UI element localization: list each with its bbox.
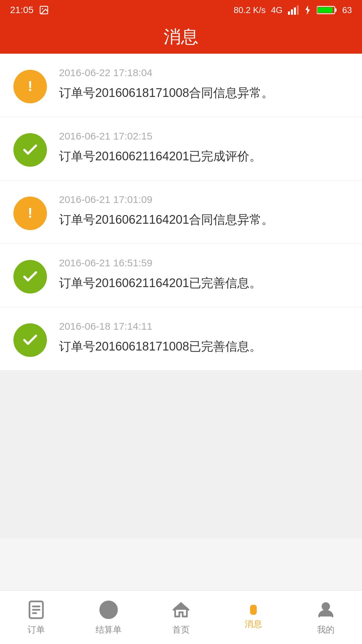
message-text: 订单号20160621164201合同信息异常。 xyxy=(59,211,349,229)
page-title: 消息 xyxy=(164,25,198,49)
status-bar: 21:05 80.2 K/s 4G 63 xyxy=(0,0,362,20)
svg-rect-4 xyxy=(294,7,296,15)
message-content: 2016-06-18 17:14:11 订单号20160618171008已完善… xyxy=(59,321,349,356)
svg-rect-2 xyxy=(288,11,290,15)
status-time: 21:05 xyxy=(10,5,34,15)
list-item[interactable]: 2016-06-18 17:14:11 订单号20160618171008已完善… xyxy=(0,307,362,371)
list-item[interactable]: ! 2016-06-21 17:01:09 订单号20160621164201合… xyxy=(0,180,362,244)
message-time: 2016-06-18 17:14:11 xyxy=(59,321,349,332)
svg-rect-5 xyxy=(297,5,299,15)
nav-label-billing: 结算单 xyxy=(96,624,122,636)
success-icon xyxy=(13,260,47,293)
image-icon xyxy=(39,5,49,15)
empty-area xyxy=(0,371,362,538)
success-icon xyxy=(13,133,47,167)
mine-icon xyxy=(315,599,337,621)
svg-rect-3 xyxy=(291,9,293,15)
signal-icon xyxy=(288,5,299,15)
nav-label-messages: 消息 xyxy=(245,618,262,630)
message-content: 2016-06-21 17:01:09 订单号20160621164201合同信… xyxy=(59,194,349,229)
svg-text:!: ! xyxy=(28,205,33,221)
nav-item-orders[interactable]: 订单 xyxy=(0,591,72,644)
message-text: 订单号20160618171008已完善信息。 xyxy=(59,337,349,356)
nav-label-mine: 我的 xyxy=(317,624,335,636)
svg-marker-6 xyxy=(305,5,310,15)
nav-label-home: 首页 xyxy=(172,624,190,636)
success-icon xyxy=(13,323,47,357)
bottom-nav: 订单 结算单 首页 消息 我的 xyxy=(0,590,362,644)
nav-item-mine[interactable]: 我的 xyxy=(290,591,362,644)
nav-item-messages[interactable]: 消息 xyxy=(217,591,290,644)
message-text: 订单号20160621164201已完成评价。 xyxy=(59,147,349,165)
list-item[interactable]: ! 2016-06-22 17:18:04 订单号20160618171008合… xyxy=(0,54,362,117)
nav-item-billing[interactable]: 结算单 xyxy=(72,591,145,644)
message-time: 2016-06-21 16:51:59 xyxy=(59,257,349,269)
svg-rect-9 xyxy=(318,7,333,13)
message-time: 2016-06-21 17:02:15 xyxy=(59,130,349,142)
list-item[interactable]: 2016-06-21 16:51:59 订单号20160621164201已完善… xyxy=(0,244,362,307)
warning-icon: ! xyxy=(13,197,47,230)
home-icon xyxy=(170,599,192,621)
message-content: 2016-06-21 17:02:15 订单号20160621164201已完成… xyxy=(59,130,349,165)
nav-label-orders: 订单 xyxy=(27,624,45,636)
header: 消息 xyxy=(0,20,362,54)
message-content: 2016-06-21 16:51:59 订单号20160621164201已完善… xyxy=(59,257,349,292)
message-text: 订单号20160621164201已完善信息。 xyxy=(59,274,349,292)
battery-icon xyxy=(317,5,337,15)
message-content: 2016-06-22 17:18:04 订单号20160618171008合同信… xyxy=(59,67,349,102)
message-time: 2016-06-21 17:01:09 xyxy=(59,194,349,205)
svg-text:!: ! xyxy=(28,78,33,94)
message-time: 2016-06-22 17:18:04 xyxy=(59,67,349,78)
network-type: 4G xyxy=(271,5,283,15)
svg-point-1 xyxy=(42,8,43,9)
battery-level: 63 xyxy=(342,5,352,15)
network-speed: 80.2 K/s xyxy=(234,5,265,15)
billing-icon xyxy=(98,599,119,621)
nav-item-home[interactable]: 首页 xyxy=(145,591,217,644)
svg-rect-8 xyxy=(335,8,337,12)
svg-point-20 xyxy=(322,603,329,610)
message-list: ! 2016-06-22 17:18:04 订单号20160618171008合… xyxy=(0,54,362,371)
message-text: 订单号20160618171008合同信息异常。 xyxy=(59,84,349,102)
status-left: 21:05 xyxy=(10,5,49,15)
messages-icon xyxy=(250,605,257,615)
status-right: 80.2 K/s 4G 63 xyxy=(234,5,352,15)
list-item[interactable]: 2016-06-21 17:02:15 订单号20160621164201已完成… xyxy=(0,117,362,180)
warning-icon: ! xyxy=(13,70,47,103)
orders-icon xyxy=(25,599,47,621)
charging-icon xyxy=(304,5,311,15)
